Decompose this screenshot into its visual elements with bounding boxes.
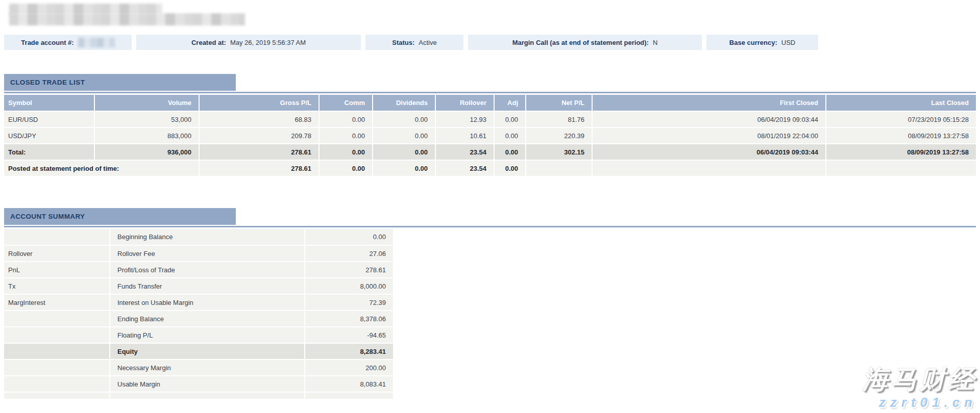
section-header-account-summary: ACCOUNT SUMMARY [4, 208, 236, 225]
info-label: Margin Call (as at end of statement peri… [512, 39, 649, 46]
account-info-bar: Trade account #: Created at: May 26, 201… [4, 35, 976, 50]
section-rule [4, 226, 976, 227]
table-cell: MargInterest [4, 294, 110, 311]
table-cell: 8,000.00 [305, 278, 393, 294]
table-cell: Usable Margin [110, 376, 305, 392]
table-cell: 0.00 [494, 144, 526, 160]
report-title-redacted-line2 [9, 13, 245, 25]
info-label: Trade account #: [21, 39, 74, 46]
table-cell: Tx [4, 278, 110, 294]
closed-trade-table: SymbolVolumeGross P/LCommDividendsRollov… [4, 95, 976, 177]
table-cell: 23.54 [435, 160, 494, 176]
table-cell: Funds Transfer [110, 278, 305, 294]
trade-table-body: EUR/USD53,00068.830.000.0012.930.0081.76… [4, 111, 976, 176]
table-cell: -94.65 [305, 327, 393, 343]
table-cell: 0.00 [494, 111, 526, 127]
table-cell: Interest on Usable Margin [110, 294, 305, 311]
table-cell: 0.00 [319, 127, 373, 144]
table-cell: 08/09/2019 13:27:58 [826, 144, 976, 160]
table-cell [305, 392, 393, 399]
table-cell: 0.00 [494, 127, 526, 144]
trade-table-header-row: SymbolVolumeGross P/LCommDividendsRollov… [4, 95, 976, 111]
summary-row-equity: Equity8,283.41 [4, 343, 393, 359]
table-cell: 278.61 [199, 144, 319, 160]
info-field-created-at: Created at: May 26, 2019 5:56:37 AM [136, 35, 361, 50]
summary-row-floating-p-l: Floating P/L-94.65 [4, 327, 393, 343]
table-cell: 200.00 [305, 359, 393, 376]
info-label: Status: [392, 39, 414, 46]
table-cell [526, 160, 592, 176]
info-label: Created at: [191, 39, 226, 46]
summary-row-profit-loss-of-trade: PnLProfit/Loss of Trade278.61 [4, 262, 393, 278]
table-cell: Equity [110, 343, 305, 359]
info-field-status: Status: Active [365, 35, 463, 50]
table-cell [110, 392, 305, 399]
info-label: Base currency: [729, 39, 777, 46]
table-cell [4, 359, 110, 376]
table-cell: Ending Balance [110, 311, 305, 327]
table-cell: 0.00 [319, 160, 373, 176]
table-cell: Rollover Fee [110, 245, 305, 262]
table-cell: EUR/USD [4, 111, 94, 127]
closed-trade-list-section: CLOSED TRADE LIST SymbolVolumeGross P/LC… [4, 74, 976, 177]
section-rule [4, 92, 976, 93]
column-header-dividends: Dividends [373, 95, 435, 111]
column-header-adj: Adj [494, 95, 526, 111]
table-cell [4, 327, 110, 343]
table-cell: Floating P/L [110, 327, 305, 343]
table-cell: USD/JPY [4, 127, 94, 144]
trade-total-row: Total:936,000278.610.000.0023.540.00302.… [4, 144, 976, 160]
table-cell [4, 343, 110, 359]
info-value: Active [419, 39, 436, 46]
table-cell: Necessary Margin [110, 359, 305, 376]
account-summary-section: ACCOUNT SUMMARY Beginning Balance0.00Rol… [4, 208, 976, 399]
summary-row-interest-on-usable-margin: MargInterestInterest on Usable Margin72.… [4, 294, 393, 311]
table-cell: 278.61 [305, 262, 393, 278]
trade-row-usd-jpy: USD/JPY883,000209.780.000.0010.610.00220… [4, 127, 976, 144]
table-cell: 0.00 [319, 111, 373, 127]
summary-row-ending-balance: Ending Balance8,378.06 [4, 311, 393, 327]
table-cell: 27.06 [305, 245, 393, 262]
summary-row-beginning-balance: Beginning Balance0.00 [4, 229, 393, 245]
account-summary-table: Beginning Balance0.00RolloverRollover Fe… [4, 229, 393, 399]
column-header-first-closed: First Closed [592, 95, 826, 111]
table-cell: Total: [4, 144, 94, 160]
summary-row-necessary-margin: Necessary Margin200.00 [4, 359, 393, 376]
table-cell [4, 229, 110, 245]
table-cell: 68.83 [199, 111, 319, 127]
table-cell: 302.15 [526, 144, 592, 160]
column-header-symbol: Symbol [4, 95, 94, 111]
table-cell [826, 160, 976, 176]
table-cell: 0.00 [373, 111, 435, 127]
table-cell: 53,000 [94, 111, 199, 127]
table-cell: 8,283.41 [305, 343, 393, 359]
table-cell: 23.54 [435, 144, 494, 160]
table-cell: 209.78 [199, 127, 319, 144]
table-cell [592, 160, 826, 176]
table-cell: 8,378.06 [305, 311, 393, 327]
table-cell: 10.61 [435, 127, 494, 144]
info-field-trade-account: Trade account #: [4, 35, 132, 50]
table-cell: 0.00 [319, 144, 373, 160]
table-cell: 12.93 [435, 111, 494, 127]
account-summary-body: Beginning Balance0.00RolloverRollover Fe… [4, 229, 393, 399]
section-header-closed-trade-list: CLOSED TRADE LIST [4, 74, 236, 91]
table-cell: 0.00 [373, 160, 435, 176]
trade-posted-row: Posted at statement period of time:278.6… [4, 160, 976, 176]
table-cell: 06/04/2019 09:03:44 [592, 144, 826, 160]
table-cell: 0.00 [373, 127, 435, 144]
table-cell: Rollover [4, 245, 110, 262]
table-cell: 0.00 [373, 144, 435, 160]
table-cell: 08/01/2019 22:04:00 [592, 127, 826, 144]
table-cell: 81.76 [526, 111, 592, 127]
table-cell: 8,083.41 [305, 376, 393, 392]
column-header-comm: Comm [319, 95, 373, 111]
column-header-net-p-l: Net P/L [526, 95, 592, 111]
info-value: N [653, 39, 657, 46]
summary-row-clipped [4, 392, 393, 399]
summary-row-funds-transfer: TxFunds Transfer8,000.00 [4, 278, 393, 294]
summary-row-usable-margin: Usable Margin8,083.41 [4, 376, 393, 392]
info-field-margin-call: Margin Call (as at end of statement peri… [468, 35, 702, 50]
table-cell: Profit/Loss of Trade [110, 262, 305, 278]
table-cell: Beginning Balance [110, 229, 305, 245]
